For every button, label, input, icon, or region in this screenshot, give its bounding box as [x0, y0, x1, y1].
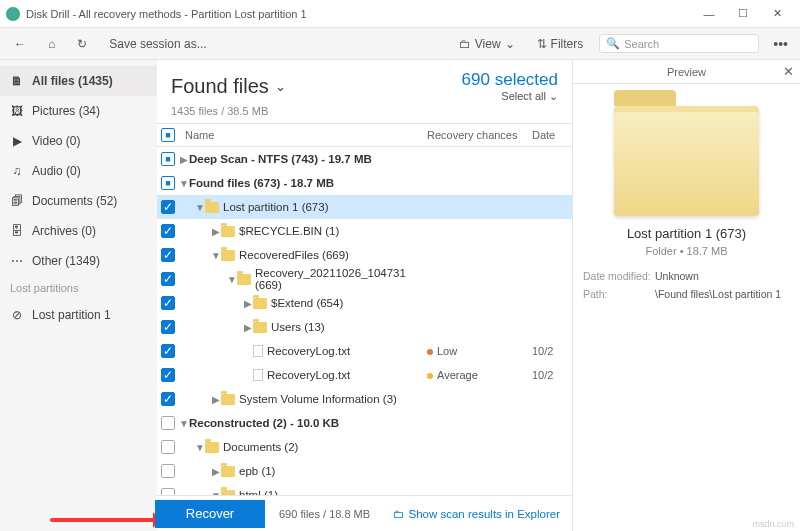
save-session-button[interactable]: Save session as... [103, 34, 212, 54]
header-checkbox[interactable]: ■ [161, 128, 175, 142]
window-title: Disk Drill - All recovery methods - Part… [26, 8, 692, 20]
tree-row[interactable]: ▶epb (1) [157, 459, 572, 483]
search-input[interactable]: 🔍 Search [599, 34, 759, 53]
tree-row[interactable]: ■▶Deep Scan - NTFS (743) - 19.7 MB [157, 147, 572, 171]
folder-icon: 🗀 [459, 37, 471, 51]
maximize-button[interactable]: ☐ [726, 3, 760, 25]
refresh-button[interactable]: ↻ [71, 34, 93, 54]
expand-toggle[interactable]: ▼ [227, 274, 237, 285]
row-checkbox[interactable] [161, 416, 175, 430]
sidebar-item-archives[interactable]: 🗄Archives (0) [0, 216, 157, 246]
page-title[interactable]: Found files ⌄ [171, 75, 286, 98]
sidebar-item-documents[interactable]: 🗐Documents (52) [0, 186, 157, 216]
select-all-button[interactable]: Select all ⌄ [462, 90, 558, 103]
file-icon [253, 345, 263, 357]
tree-row[interactable]: ✓▶System Volume Information (3) [157, 387, 572, 411]
folder-icon [221, 394, 235, 405]
row-checkbox[interactable] [161, 488, 175, 495]
row-checkbox[interactable]: ✓ [161, 248, 175, 262]
recovery-chance: Average [427, 369, 532, 381]
column-headers: ■ Name Recovery chances Date [157, 123, 572, 147]
expand-toggle[interactable]: ▶ [211, 394, 221, 405]
tree-row[interactable]: ✓▶$RECYCLE.BIN (1) [157, 219, 572, 243]
row-checkbox[interactable] [161, 440, 175, 454]
row-checkbox[interactable]: ✓ [161, 344, 175, 358]
recover-button[interactable]: Recover [155, 500, 265, 528]
expand-toggle[interactable]: ▶ [243, 298, 253, 309]
expand-toggle[interactable]: ▶ [179, 154, 189, 165]
row-checkbox[interactable]: ■ [161, 152, 175, 166]
preview-date: Unknown [655, 270, 790, 282]
row-date: 10/2 [532, 345, 572, 357]
expand-toggle[interactable]: ▶ [243, 322, 253, 333]
tree-row[interactable]: ✓▶Users (13) [157, 315, 572, 339]
sidebar-item-other[interactable]: ⋯Other (1349) [0, 246, 157, 276]
tree-row[interactable]: ✓▼RecoveredFiles (669) [157, 243, 572, 267]
filters-button[interactable]: ⇅ Filters [531, 34, 590, 54]
tree-row[interactable]: ▼html (1) [157, 483, 572, 495]
file-tree[interactable]: ■▶Deep Scan - NTFS (743) - 19.7 MB■▼Foun… [157, 147, 572, 495]
row-checkbox[interactable]: ✓ [161, 296, 175, 310]
row-checkbox[interactable]: ✓ [161, 200, 175, 214]
home-button[interactable]: ⌂ [42, 34, 61, 54]
folder-icon [221, 250, 235, 261]
col-date[interactable]: Date [532, 129, 572, 141]
row-label: Recovery_20211026_104731 (669) [255, 267, 427, 291]
tree-row[interactable]: ▼Documents (2) [157, 435, 572, 459]
row-label: epb (1) [239, 465, 427, 477]
annotation-arrow [50, 518, 160, 522]
expand-toggle[interactable]: ▶ [211, 226, 221, 237]
sidebar-item-audio[interactable]: ♫Audio (0) [0, 156, 157, 186]
documents-icon: 🗐 [10, 194, 24, 208]
row-checkbox[interactable] [161, 464, 175, 478]
row-label: RecoveryLog.txt [267, 345, 427, 357]
explorer-icon: 🗀 [393, 508, 405, 520]
more-button[interactable]: ••• [769, 36, 792, 52]
back-button[interactable]: ← [8, 34, 32, 54]
titlebar: Disk Drill - All recovery methods - Part… [0, 0, 800, 28]
files-icon: 🗎 [10, 74, 24, 88]
col-recovery[interactable]: Recovery chances [427, 129, 532, 141]
sidebar-item-all-files[interactable]: 🗎All files (1435) [0, 66, 157, 96]
col-name[interactable]: Name [179, 129, 427, 141]
preview-header: Preview ✕ [573, 60, 800, 84]
view-button[interactable]: 🗀 View ⌄ [453, 34, 521, 54]
close-button[interactable]: ✕ [760, 3, 794, 25]
show-in-explorer-link[interactable]: 🗀 Show scan results in Explorer [393, 508, 560, 520]
expand-toggle[interactable]: ▼ [179, 178, 189, 189]
preview-path: \Found files\Lost partition 1 [655, 288, 790, 300]
row-checkbox[interactable]: ✓ [161, 368, 175, 382]
tree-row[interactable]: ▼Reconstructed (2) - 10.0 KB [157, 411, 572, 435]
tree-row[interactable]: ✓RecoveryLog.txtAverage10/2 [157, 363, 572, 387]
row-label: Deep Scan - NTFS (743) - 19.7 MB [189, 153, 427, 165]
row-checkbox[interactable]: ✓ [161, 320, 175, 334]
expand-toggle[interactable]: ▶ [211, 466, 221, 477]
minimize-button[interactable]: — [692, 3, 726, 25]
expand-toggle[interactable]: ▼ [195, 202, 205, 213]
folder-icon [205, 202, 219, 213]
recovery-chance: Low [427, 345, 532, 357]
folder-icon [237, 274, 251, 285]
footer-stat: 690 files / 18.8 MB [279, 508, 370, 520]
file-icon [253, 369, 263, 381]
tree-row[interactable]: ✓▼Recovery_20211026_104731 (669) [157, 267, 572, 291]
expand-toggle[interactable]: ▼ [179, 418, 189, 429]
tree-row[interactable]: ✓▼Lost partition 1 (673) [157, 195, 572, 219]
folder-icon [221, 226, 235, 237]
tree-row[interactable]: ✓▶$Extend (654) [157, 291, 572, 315]
sidebar-item-video[interactable]: ▶Video (0) [0, 126, 157, 156]
preview-close-button[interactable]: ✕ [783, 64, 794, 79]
row-checkbox[interactable]: ■ [161, 176, 175, 190]
sidebar-item-lost-partition[interactable]: ⊘Lost partition 1 [0, 300, 157, 330]
preview-sub: Folder • 18.7 MB [573, 245, 800, 267]
tree-row[interactable]: ✓RecoveryLog.txtLow10/2 [157, 339, 572, 363]
row-checkbox[interactable]: ✓ [161, 224, 175, 238]
tree-row[interactable]: ■▼Found files (673) - 18.7 MB [157, 171, 572, 195]
row-checkbox[interactable]: ✓ [161, 272, 175, 286]
expand-toggle[interactable]: ▼ [211, 250, 221, 261]
sidebar-item-pictures[interactable]: 🖼Pictures (34) [0, 96, 157, 126]
expand-toggle[interactable]: ▼ [195, 442, 205, 453]
row-label: $RECYCLE.BIN (1) [239, 225, 427, 237]
row-checkbox[interactable]: ✓ [161, 392, 175, 406]
row-label: Documents (2) [223, 441, 427, 453]
